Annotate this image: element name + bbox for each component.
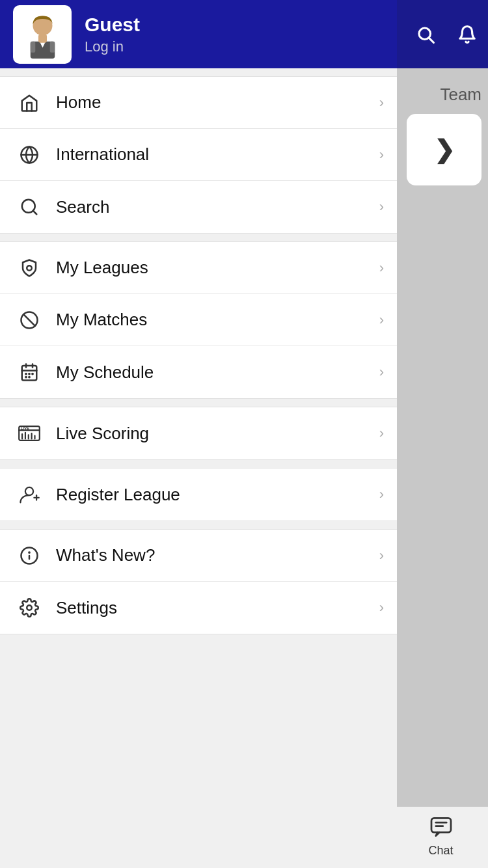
- menu-item-my-schedule[interactable]: My Schedule ›: [0, 346, 397, 398]
- live-icon: LIVE: [13, 417, 46, 450]
- menu-section-5: What's New? › Settings ›: [0, 529, 397, 634]
- menu-item-international[interactable]: International ›: [0, 129, 397, 181]
- svg-line-1: [429, 38, 434, 42]
- menu-item-my-leagues[interactable]: My Leagues ›: [0, 242, 397, 294]
- my-schedule-chevron-icon: ›: [379, 364, 384, 381]
- register-league-chevron-icon: ›: [379, 486, 384, 503]
- menu-section-4: Register League ›: [0, 468, 397, 521]
- home-chevron-icon: ›: [379, 94, 384, 111]
- whats-new-chevron-icon: ›: [379, 547, 384, 564]
- chat-tab[interactable]: Chat: [394, 806, 488, 868]
- chat-icon: [430, 817, 452, 841]
- menu-item-live-scoring[interactable]: LIVE Live Scoring ›: [0, 407, 397, 459]
- menu-item-register-league[interactable]: Register League ›: [0, 468, 397, 521]
- top-right-bar: [394, 0, 488, 68]
- menu-section-2: My Leagues › My Matches ›: [0, 241, 397, 399]
- menu-item-register-league-label: Register League: [56, 485, 379, 505]
- drawer-header: Guest Log in: [0, 0, 397, 68]
- menu-item-whats-new[interactable]: What's New? ›: [0, 530, 397, 582]
- svg-point-41: [27, 605, 32, 610]
- shield-icon: [13, 252, 46, 284]
- menu-item-live-scoring-label: Live Scoring: [56, 424, 379, 444]
- svg-line-17: [23, 314, 35, 326]
- home-icon: [13, 87, 46, 119]
- menu-item-settings[interactable]: Settings ›: [0, 582, 397, 634]
- svg-rect-9: [49, 42, 55, 53]
- info-icon: [13, 539, 46, 572]
- menu-item-my-matches-label: My Matches: [56, 310, 379, 330]
- right-card[interactable]: ❯: [407, 114, 481, 185]
- menu-item-my-matches[interactable]: My Matches ›: [0, 294, 397, 346]
- svg-rect-8: [30, 42, 35, 53]
- right-chevron-icon: ❯: [434, 135, 455, 164]
- gear-icon: [13, 591, 46, 624]
- menu-item-home[interactable]: Home ›: [0, 77, 397, 129]
- menu-item-search[interactable]: Search ›: [0, 181, 397, 233]
- avatar: [13, 5, 72, 64]
- calendar-icon: [13, 356, 46, 388]
- drawer: Guest Log in Home › Interna: [0, 0, 397, 868]
- international-chevron-icon: ›: [379, 146, 384, 163]
- svg-point-35: [25, 487, 33, 495]
- search-icon[interactable]: [411, 20, 440, 49]
- bell-icon[interactable]: [453, 20, 481, 49]
- svg-rect-10: [38, 34, 46, 43]
- menu-item-settings-label: Settings: [56, 598, 379, 618]
- menu-item-international-label: International: [56, 144, 379, 165]
- menu-item-home-label: Home: [56, 92, 379, 113]
- chat-label: Chat: [428, 844, 453, 858]
- my-matches-chevron-icon: ›: [379, 312, 384, 329]
- svg-text:LIVE: LIVE: [21, 426, 29, 430]
- search-menu-icon: [13, 191, 46, 223]
- menu-section-1: Home › International › Search ›: [0, 76, 397, 234]
- menu-item-my-schedule-label: My Schedule: [56, 362, 379, 383]
- login-link[interactable]: Log in: [85, 38, 140, 55]
- search-chevron-icon: ›: [379, 198, 384, 215]
- settings-chevron-icon: ›: [379, 599, 384, 616]
- username: Guest: [85, 14, 140, 36]
- svg-point-15: [27, 265, 32, 271]
- globe-icon: [13, 139, 46, 171]
- svg-rect-2: [431, 818, 451, 832]
- circle-slash-icon: [13, 304, 46, 336]
- my-leagues-chevron-icon: ›: [379, 260, 384, 277]
- menu-section-3: LIVE Live Scoring ›: [0, 407, 397, 460]
- menu-item-whats-new-label: What's New?: [56, 545, 379, 565]
- menu-item-my-leagues-label: My Leagues: [56, 258, 379, 278]
- right-panel-label: Team: [394, 85, 488, 105]
- svg-line-14: [33, 211, 36, 214]
- menu-item-search-label: Search: [56, 197, 379, 217]
- add-user-icon: [13, 478, 46, 511]
- user-info: Guest Log in: [85, 14, 140, 55]
- live-scoring-chevron-icon: ›: [379, 425, 384, 442]
